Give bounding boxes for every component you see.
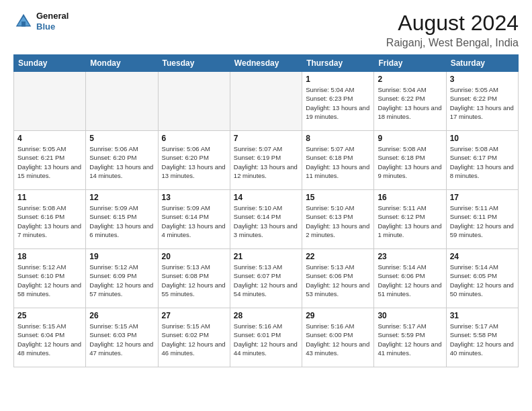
calendar-cell: 13Sunrise: 5:09 AM Sunset: 6:14 PM Dayli… xyxy=(158,190,230,249)
calendar-cell: 3Sunrise: 5:05 AM Sunset: 6:22 PM Daylig… xyxy=(446,72,518,131)
calendar-cell: 7Sunrise: 5:07 AM Sunset: 6:19 PM Daylig… xyxy=(230,131,302,190)
day-number: 17 xyxy=(450,193,515,202)
calendar-week-1: 1Sunrise: 5:04 AM Sunset: 6:23 PM Daylig… xyxy=(14,72,519,131)
day-number: 9 xyxy=(378,134,442,143)
day-number: 25 xyxy=(17,311,82,320)
calendar-cell: 17Sunrise: 5:11 AM Sunset: 6:11 PM Dayli… xyxy=(446,190,518,249)
day-info: Sunrise: 5:17 AM Sunset: 5:58 PM Dayligh… xyxy=(450,322,515,357)
calendar-cell: 19Sunrise: 5:12 AM Sunset: 6:09 PM Dayli… xyxy=(86,249,158,308)
day-info: Sunrise: 5:06 AM Sunset: 6:20 PM Dayligh… xyxy=(162,144,226,180)
day-info: Sunrise: 5:08 AM Sunset: 6:16 PM Dayligh… xyxy=(17,203,82,239)
month-title: August 2024 xyxy=(386,11,519,36)
day-info: Sunrise: 5:16 AM Sunset: 6:01 PM Dayligh… xyxy=(234,322,298,357)
day-number: 14 xyxy=(234,193,298,202)
calendar-cell: 5Sunrise: 5:06 AM Sunset: 6:20 PM Daylig… xyxy=(86,131,158,190)
day-number: 7 xyxy=(234,134,298,143)
calendar-cell: 6Sunrise: 5:06 AM Sunset: 6:20 PM Daylig… xyxy=(158,131,230,190)
day-info: Sunrise: 5:09 AM Sunset: 6:14 PM Dayligh… xyxy=(162,203,226,239)
calendar-cell: 30Sunrise: 5:17 AM Sunset: 5:59 PM Dayli… xyxy=(374,308,446,367)
day-number: 19 xyxy=(89,252,154,261)
day-info: Sunrise: 5:12 AM Sunset: 6:09 PM Dayligh… xyxy=(89,263,154,298)
calendar-cell: 15Sunrise: 5:10 AM Sunset: 6:13 PM Dayli… xyxy=(302,190,374,249)
day-info: Sunrise: 5:04 AM Sunset: 6:22 PM Dayligh… xyxy=(378,85,442,121)
day-info: Sunrise: 5:13 AM Sunset: 6:08 PM Dayligh… xyxy=(162,263,226,298)
calendar-cell: 25Sunrise: 5:15 AM Sunset: 6:04 PM Dayli… xyxy=(14,308,86,367)
calendar: SundayMondayTuesdayWednesdayThursdayFrid… xyxy=(13,54,519,367)
day-info: Sunrise: 5:12 AM Sunset: 6:10 PM Dayligh… xyxy=(17,263,82,298)
day-number: 12 xyxy=(89,193,154,202)
day-info: Sunrise: 5:11 AM Sunset: 6:12 PM Dayligh… xyxy=(378,203,442,239)
calendar-cell xyxy=(158,72,230,131)
day-number: 28 xyxy=(234,311,298,320)
calendar-cell: 8Sunrise: 5:07 AM Sunset: 6:18 PM Daylig… xyxy=(302,131,374,190)
day-number: 21 xyxy=(234,252,298,261)
calendar-week-3: 11Sunrise: 5:08 AM Sunset: 6:16 PM Dayli… xyxy=(14,190,519,249)
page: General Blue August 2024 Raiganj, West B… xyxy=(0,0,532,411)
day-number: 20 xyxy=(162,252,226,261)
calendar-cell: 22Sunrise: 5:13 AM Sunset: 6:06 PM Dayli… xyxy=(302,249,374,308)
calendar-header-wednesday: Wednesday xyxy=(230,55,302,72)
calendar-header-friday: Friday xyxy=(374,55,446,72)
day-number: 6 xyxy=(162,134,226,143)
location-title: Raiganj, West Bengal, India xyxy=(386,37,519,49)
calendar-cell: 1Sunrise: 5:04 AM Sunset: 6:23 PM Daylig… xyxy=(302,72,374,131)
calendar-header-thursday: Thursday xyxy=(302,55,374,72)
calendar-cell: 31Sunrise: 5:17 AM Sunset: 5:58 PM Dayli… xyxy=(446,308,518,367)
day-number: 11 xyxy=(17,193,82,202)
calendar-cell: 24Sunrise: 5:14 AM Sunset: 6:05 PM Dayli… xyxy=(446,249,518,308)
calendar-cell: 2Sunrise: 5:04 AM Sunset: 6:22 PM Daylig… xyxy=(374,72,446,131)
calendar-cell: 21Sunrise: 5:13 AM Sunset: 6:07 PM Dayli… xyxy=(230,249,302,308)
calendar-cell: 20Sunrise: 5:13 AM Sunset: 6:08 PM Dayli… xyxy=(158,249,230,308)
day-info: Sunrise: 5:13 AM Sunset: 6:07 PM Dayligh… xyxy=(234,263,298,298)
day-number: 3 xyxy=(450,75,515,84)
calendar-header-row: SundayMondayTuesdayWednesdayThursdayFrid… xyxy=(14,55,519,72)
day-info: Sunrise: 5:05 AM Sunset: 6:22 PM Dayligh… xyxy=(450,85,515,121)
day-number: 18 xyxy=(17,252,82,261)
day-number: 16 xyxy=(378,193,442,202)
day-number: 29 xyxy=(306,311,370,320)
day-number: 4 xyxy=(17,134,82,143)
calendar-header-saturday: Saturday xyxy=(446,55,518,72)
day-info: Sunrise: 5:07 AM Sunset: 6:19 PM Dayligh… xyxy=(234,144,298,180)
day-info: Sunrise: 5:11 AM Sunset: 6:11 PM Dayligh… xyxy=(450,203,515,239)
calendar-cell: 26Sunrise: 5:15 AM Sunset: 6:03 PM Dayli… xyxy=(86,308,158,367)
calendar-cell: 27Sunrise: 5:15 AM Sunset: 6:02 PM Dayli… xyxy=(158,308,230,367)
day-number: 27 xyxy=(162,311,226,320)
day-info: Sunrise: 5:14 AM Sunset: 6:06 PM Dayligh… xyxy=(378,263,442,298)
day-info: Sunrise: 5:10 AM Sunset: 6:14 PM Dayligh… xyxy=(234,203,298,239)
day-number: 23 xyxy=(378,252,442,261)
day-number: 24 xyxy=(450,252,515,261)
calendar-cell: 11Sunrise: 5:08 AM Sunset: 6:16 PM Dayli… xyxy=(14,190,86,249)
calendar-week-2: 4Sunrise: 5:05 AM Sunset: 6:21 PM Daylig… xyxy=(14,131,519,190)
calendar-cell: 9Sunrise: 5:08 AM Sunset: 6:18 PM Daylig… xyxy=(374,131,446,190)
day-info: Sunrise: 5:04 AM Sunset: 6:23 PM Dayligh… xyxy=(306,85,370,121)
day-number: 8 xyxy=(306,134,370,143)
day-info: Sunrise: 5:10 AM Sunset: 6:13 PM Dayligh… xyxy=(306,203,370,239)
day-info: Sunrise: 5:07 AM Sunset: 6:18 PM Dayligh… xyxy=(306,144,370,180)
calendar-cell: 28Sunrise: 5:16 AM Sunset: 6:01 PM Dayli… xyxy=(230,308,302,367)
day-info: Sunrise: 5:09 AM Sunset: 6:15 PM Dayligh… xyxy=(89,203,154,239)
calendar-cell xyxy=(14,72,86,131)
calendar-header-tuesday: Tuesday xyxy=(158,55,230,72)
day-info: Sunrise: 5:15 AM Sunset: 6:04 PM Dayligh… xyxy=(17,322,82,357)
calendar-header-sunday: Sunday xyxy=(14,55,86,72)
calendar-cell: 29Sunrise: 5:16 AM Sunset: 6:00 PM Dayli… xyxy=(302,308,374,367)
calendar-cell xyxy=(86,72,158,131)
day-number: 1 xyxy=(306,75,370,84)
calendar-header-monday: Monday xyxy=(86,55,158,72)
logo-icon xyxy=(13,11,34,32)
calendar-cell: 16Sunrise: 5:11 AM Sunset: 6:12 PM Dayli… xyxy=(374,190,446,249)
calendar-cell: 14Sunrise: 5:10 AM Sunset: 6:14 PM Dayli… xyxy=(230,190,302,249)
calendar-cell: 10Sunrise: 5:08 AM Sunset: 6:17 PM Dayli… xyxy=(446,131,518,190)
day-info: Sunrise: 5:05 AM Sunset: 6:21 PM Dayligh… xyxy=(17,144,82,180)
day-number: 15 xyxy=(306,193,370,202)
day-number: 26 xyxy=(89,311,154,320)
logo-text: General Blue xyxy=(36,11,69,32)
header: General Blue August 2024 Raiganj, West B… xyxy=(13,11,519,49)
day-number: 31 xyxy=(450,311,515,320)
day-info: Sunrise: 5:17 AM Sunset: 5:59 PM Dayligh… xyxy=(378,322,442,357)
calendar-cell: 12Sunrise: 5:09 AM Sunset: 6:15 PM Dayli… xyxy=(86,190,158,249)
calendar-week-4: 18Sunrise: 5:12 AM Sunset: 6:10 PM Dayli… xyxy=(14,249,519,308)
title-block: August 2024 Raiganj, West Bengal, India xyxy=(386,11,519,49)
day-number: 22 xyxy=(306,252,370,261)
